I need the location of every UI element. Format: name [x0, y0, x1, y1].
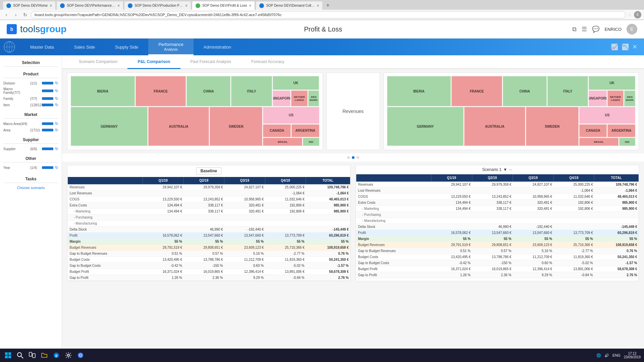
- tm-france[interactable]: FRANCE: [136, 76, 186, 106]
- tm-iberia[interactable]: IBERIA: [71, 76, 135, 106]
- sidebar-macrofamily-refresh[interactable]: ↻: [55, 88, 58, 93]
- nav-supply-side[interactable]: Supply Side: [105, 39, 148, 55]
- sidebar-macrofamily-bar[interactable]: [42, 89, 53, 92]
- window-icon[interactable]: ⧉: [572, 26, 577, 33]
- choose-scenario-link[interactable]: Choose scenario: [3, 186, 58, 190]
- nav-sales-side[interactable]: Sales Side: [64, 39, 105, 55]
- tm-argentina[interactable]: ARGENTINA: [291, 124, 319, 137]
- start-button[interactable]: [3, 351, 13, 360]
- tm-italy[interactable]: ITALY: [231, 76, 272, 106]
- refresh-button[interactable]: ↻: [21, 11, 29, 18]
- nav-administration[interactable]: Administration: [194, 39, 241, 55]
- tm-argentina-r[interactable]: ARGENTINA: [607, 124, 635, 137]
- task-view-icon[interactable]: [28, 351, 37, 360]
- sidebar-macroarea-refresh[interactable]: ↻: [55, 121, 58, 126]
- sidebar-family-refresh[interactable]: ↻: [55, 96, 58, 101]
- nav-close-icon[interactable]: ✕: [632, 43, 637, 51]
- tm-us-r[interactable]: US: [579, 107, 635, 124]
- tm-iberia-r[interactable]: IBERIA: [387, 76, 451, 106]
- tm-germany[interactable]: GERMANY: [71, 107, 148, 146]
- edge-taskbar-icon[interactable]: e: [52, 351, 61, 360]
- tab-close-perf[interactable]: ×: [117, 3, 120, 8]
- forward-button[interactable]: ›: [12, 11, 19, 18]
- sidebar-macroarea-bar[interactable]: [42, 122, 53, 125]
- nav-master-data[interactable]: Master Data: [20, 39, 64, 55]
- nav-performance-analysis[interactable]: Performance Analysis: [148, 39, 193, 55]
- tm-sweden[interactable]: SWEDEN: [210, 107, 262, 146]
- tm-denmark[interactable]: DENMARK: [308, 90, 319, 106]
- search-taskbar-icon[interactable]: [15, 351, 25, 360]
- sidebar-supplier-bar[interactable]: [42, 147, 53, 150]
- tm-singapore[interactable]: SINGAPORE: [273, 90, 291, 106]
- scenario-dropdown-icon[interactable]: ▼: [503, 167, 507, 172]
- tm-italy-r[interactable]: ITALY: [547, 76, 588, 106]
- dot-2[interactable]: [352, 156, 355, 159]
- table-row: Extra Costs 134,494 € 338,117 € 320,481 …: [68, 202, 350, 208]
- nav-globe-icon: [0, 39, 18, 55]
- tab-close-pl[interactable]: ×: [249, 3, 251, 8]
- tm-netherlands[interactable]: NETHERLANDS: [291, 90, 307, 106]
- scenario-name: Scenario 1: [482, 167, 501, 172]
- sidebar-division-refresh[interactable]: ↻: [55, 81, 58, 85]
- tab-pl-comparison[interactable]: P&L Comparison: [127, 55, 180, 69]
- sidebar-year-bar[interactable]: [42, 166, 53, 169]
- tm-germany-r[interactable]: GERMANY: [387, 107, 464, 146]
- tm-australia[interactable]: AUSTRALIA: [148, 107, 209, 146]
- tm-uk[interactable]: UK: [273, 76, 319, 90]
- sidebar-area-bar[interactable]: [42, 129, 53, 131]
- tm-denmark-r[interactable]: DENMARK: [624, 90, 635, 106]
- tm-us[interactable]: US: [263, 107, 319, 124]
- sidebar-division-bar[interactable]: [42, 82, 53, 84]
- tab-close-home[interactable]: ×: [50, 3, 52, 8]
- menu-icon[interactable]: ☰: [582, 25, 587, 33]
- sidebar-area-refresh[interactable]: ↻: [55, 128, 58, 132]
- tm-china-r[interactable]: CHINA: [503, 76, 547, 106]
- back-button[interactable]: ‹: [3, 11, 10, 18]
- dot-3[interactable]: [357, 156, 359, 159]
- tm-uk-r[interactable]: UK: [589, 76, 635, 90]
- explorer-taskbar-icon[interactable]: [40, 351, 49, 360]
- sidebar-supplier-refresh[interactable]: ↻: [55, 146, 58, 151]
- sidebar-item-bar[interactable]: [42, 104, 53, 106]
- user-avatar[interactable]: E: [627, 24, 637, 35]
- tm-australia-r[interactable]: AUSTRALIA: [464, 107, 525, 146]
- new-tab-button[interactable]: +: [323, 1, 332, 10]
- settings-taskbar-icon[interactable]: [64, 351, 73, 360]
- tab-scenario-comparison[interactable]: Scenario Comparison: [69, 55, 127, 69]
- dot-1[interactable]: [347, 156, 350, 159]
- chat-icon[interactable]: 💬: [592, 25, 599, 33]
- tab-home[interactable]: SOP Demo DEV\Home ×: [3, 1, 56, 10]
- tab-close-demand[interactable]: ×: [317, 3, 319, 8]
- scenario-selector[interactable]: Scenario 1 ▼ ···: [482, 167, 512, 172]
- tm-canada-r[interactable]: CANADA: [579, 124, 607, 137]
- tm-canada[interactable]: CANADA: [263, 124, 291, 137]
- sidebar-item-refresh[interactable]: ↻: [55, 103, 58, 107]
- tm-china[interactable]: CHINA: [186, 76, 230, 106]
- tm-netherlands-r[interactable]: NETHERLANDS: [607, 90, 624, 106]
- tab-prod[interactable]: SOP Demo DEV\Production Pla... ×: [124, 1, 191, 10]
- tab-perf[interactable]: SOP Demo DEV\Performance A... ×: [56, 1, 123, 10]
- tm-brazil-r[interactable]: BRAZIL: [579, 138, 619, 146]
- url-bar[interactable]: board.tools.group/#screen?capsulePath=GE…: [31, 11, 626, 18]
- tab-forecast-accuracy[interactable]: Forecast Accuracy: [241, 55, 294, 69]
- nav-trend-icon[interactable]: 📉: [622, 43, 629, 51]
- chrome-taskbar-icon[interactable]: [76, 351, 85, 360]
- tab-close-prod[interactable]: ×: [185, 3, 187, 8]
- profile-icon[interactable]: E: [634, 11, 641, 18]
- sidebar-family-bar[interactable]: [42, 97, 53, 100]
- tm-france-r[interactable]: FRANCE: [451, 76, 502, 106]
- nav-chart-icon[interactable]: 📈: [611, 43, 618, 51]
- tm-sweden-r[interactable]: SWEDEN: [526, 107, 579, 146]
- bookmark-button[interactable]: ☆: [628, 12, 632, 17]
- tab-pl[interactable]: SOP Demo DEV\Profit & Loss ×: [192, 1, 255, 10]
- tm-india-r[interactable]: IND: [619, 138, 635, 146]
- tab-past-forecast[interactable]: Past Forecast Analysis: [180, 55, 241, 69]
- sidebar-year-refresh[interactable]: ↻: [55, 165, 58, 170]
- scenario-more-icon[interactable]: ···: [509, 167, 512, 172]
- tm-brazil[interactable]: BRAZIL: [263, 138, 302, 146]
- svg-rect-6: [5, 356, 8, 358]
- svg-point-17: [79, 354, 82, 356]
- tab-demand[interactable]: SOP Demo DEV\Demand Collabo... ×: [256, 1, 323, 10]
- tm-singapore-r[interactable]: SINGAPORE: [589, 90, 607, 106]
- tm-india[interactable]: IND: [303, 138, 319, 146]
